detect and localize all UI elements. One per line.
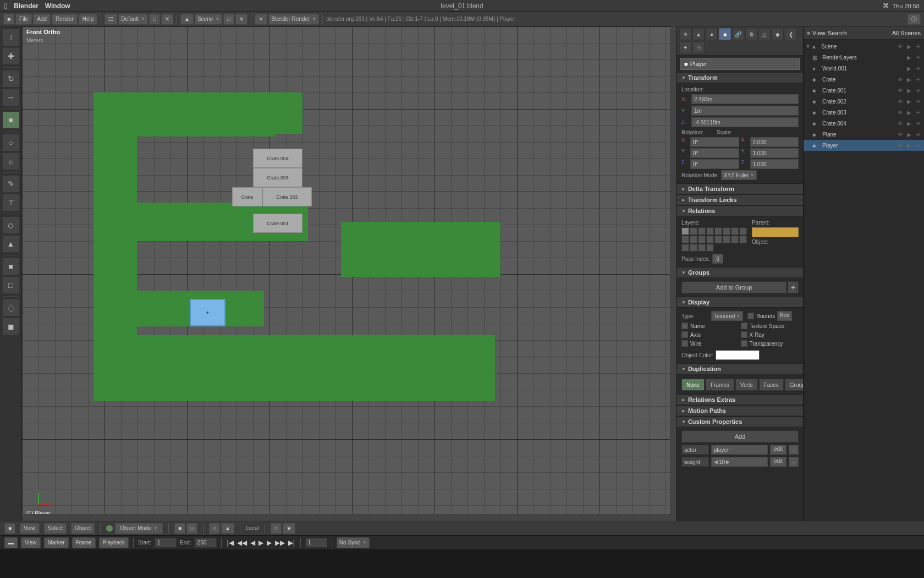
crate-obj[interactable]: Crate	[232, 187, 262, 206]
next-frame-btn[interactable]: ▶	[266, 539, 273, 547]
player-eye[interactable]: 👁	[897, 141, 904, 149]
player-obj[interactable]: +	[190, 299, 226, 326]
scale-z-field[interactable]: 1.000	[750, 159, 799, 169]
scene-vis-cursor[interactable]: ▶	[905, 42, 913, 50]
timeline-playback-menu[interactable]: Playback	[99, 537, 129, 548]
layer-2[interactable]	[690, 227, 697, 235]
tool-shading2[interactable]: □	[2, 276, 20, 294]
bounds-type-btn[interactable]: Box	[777, 311, 792, 321]
layer-20[interactable]	[706, 244, 714, 252]
timeline-marker-menu[interactable]: Marker	[44, 537, 69, 548]
viewport-icon-btn[interactable]: ■	[4, 523, 15, 534]
info-icon[interactable]: ⓘ	[908, 14, 921, 25]
tree-item-crate002[interactable]: ■ Crate.002 👁 ▶ ☀	[804, 96, 924, 107]
crate001-eye[interactable]: 👁	[897, 86, 904, 94]
tree-item-world[interactable]: ● World.001 ▶ ☀	[804, 63, 924, 74]
layer-14[interactable]	[723, 236, 730, 243]
crate-002-obj[interactable]: Crate.002	[262, 187, 312, 206]
viewport[interactable]: Front Ortho Meters Crate.004 Crate.003 C…	[22, 26, 676, 521]
timeline-icon-btn[interactable]: ▬	[4, 537, 18, 548]
tool-transform[interactable]: ■	[2, 111, 20, 129]
object-menu-bottom[interactable]: Object	[71, 523, 95, 534]
loc-y-field[interactable]: 1m	[691, 106, 799, 116]
custom-prop-actor-edit-btn[interactable]: edit	[770, 445, 787, 455]
section-groups[interactable]: ▼ Groups	[677, 267, 803, 278]
prop-tab-modifiers[interactable]: ⚙	[745, 28, 757, 40]
scale-y-field[interactable]: 1.000	[750, 148, 799, 158]
crate001-render[interactable]: ☀	[914, 86, 922, 94]
custom-props-add-btn[interactable]: Add	[681, 430, 799, 443]
tool-move[interactable]: ✚	[2, 47, 20, 65]
plane-render[interactable]: ☀	[914, 130, 922, 138]
scene-close-btn[interactable]: ✕	[235, 14, 248, 25]
tool-rotate[interactable]: ↻	[2, 70, 20, 88]
crate-001-obj[interactable]: Crate.001	[253, 214, 302, 233]
prop-tab-scene[interactable]: ▲	[692, 28, 705, 40]
transparency-checkbox[interactable]	[741, 340, 747, 347]
rotation-mode-dropdown[interactable]: XYZ Euler ▼	[721, 170, 757, 180]
scene-fullscreen-btn[interactable]: □	[223, 14, 234, 25]
display-type-dropdown[interactable]: Textured ▼	[711, 311, 743, 321]
tree-item-crate[interactable]: ■ Crate 👁 ▶ ☀	[804, 74, 924, 85]
engine-icon-btn[interactable]: ■	[3, 14, 14, 25]
dup-none-btn[interactable]: None	[681, 379, 705, 391]
section-custom-properties[interactable]: ▼ Custom Properties	[677, 416, 803, 427]
crate-eye[interactable]: 👁	[897, 75, 904, 83]
plane-cursor[interactable]: ▶	[905, 130, 913, 138]
render-engine-selector[interactable]: Blender Render▼	[268, 14, 319, 25]
crate002-cursor[interactable]: ▶	[905, 97, 913, 105]
jump-start-btn[interactable]: |◀	[226, 539, 235, 547]
prop-tab-render[interactable]: ☀	[679, 28, 691, 40]
renderlayers-vis-1[interactable]: ▶	[905, 53, 913, 61]
plane-eye[interactable]: 👁	[897, 130, 904, 138]
play-fwd-btn[interactable]: ▶▶	[274, 539, 286, 547]
custom-prop-actor-value[interactable]: player	[711, 445, 768, 455]
crate-cursor[interactable]: ▶	[905, 75, 913, 83]
render-menu[interactable]: Render	[52, 14, 78, 25]
tool-annotate[interactable]: ✎	[2, 175, 20, 193]
xray-checkbox[interactable]	[741, 331, 747, 338]
layer-1[interactable]	[681, 227, 689, 235]
pass-index-field[interactable]: 0	[712, 254, 723, 264]
section-delta-transform[interactable]: ► Delta Transform	[677, 183, 803, 194]
renderlayers-vis-2[interactable]: ☀	[914, 53, 922, 61]
name-checkbox[interactable]	[681, 323, 688, 329]
tool-scale[interactable]: ↔	[2, 89, 20, 106]
layer-6[interactable]	[723, 227, 730, 235]
prev-frame-btn[interactable]: ◀	[249, 539, 256, 547]
layer-8[interactable]	[739, 227, 747, 235]
help-menu[interactable]: Help	[79, 14, 98, 25]
crate002-eye[interactable]: 👁	[897, 97, 904, 105]
proportional-off-btn[interactable]: ○	[271, 523, 282, 534]
crate004-cursor[interactable]: ▶	[905, 119, 913, 127]
custom-prop-weight-remove-btn[interactable]: -	[789, 457, 799, 467]
layout-close-btn[interactable]: ✕	[161, 14, 173, 25]
layer-5[interactable]	[714, 227, 722, 235]
layer-12[interactable]	[706, 236, 714, 243]
parent-field[interactable]	[752, 227, 799, 237]
scene-vis-eye[interactable]: 👁	[897, 42, 904, 50]
tool-shading1[interactable]: ■	[2, 258, 20, 275]
play-btn[interactable]: ▶	[257, 539, 265, 547]
layer-18[interactable]	[690, 244, 697, 252]
section-duplication[interactable]: ▼ Duplication	[677, 363, 803, 374]
tree-item-player[interactable]: ■ Player 👁 ▶ ☀	[804, 140, 924, 151]
object-mode-btn[interactable]: Object Mode ▼	[115, 523, 163, 534]
tree-item-crate003[interactable]: ■ Crate.003 👁 ▶ ☀	[804, 107, 924, 118]
section-transform[interactable]: ▼ Transform	[677, 72, 803, 83]
custom-prop-actor-remove-btn[interactable]: -	[789, 445, 799, 455]
section-display[interactable]: ▼ Display	[677, 297, 803, 308]
pivot-btn[interactable]: ○	[209, 523, 220, 534]
prop-tab-data[interactable]: △	[758, 28, 771, 40]
layer-9[interactable]	[681, 236, 689, 243]
current-frame-field[interactable]: 1	[305, 538, 327, 548]
prop-tab-object[interactable]: ■	[719, 28, 731, 40]
layout-fullscreen-btn[interactable]: □	[149, 14, 160, 25]
tree-item-crate001[interactable]: ■ Crate.001 👁 ▶ ☀	[804, 85, 924, 96]
proportional-connected-btn[interactable]: ★	[283, 523, 295, 534]
prop-tab-material[interactable]: ◆	[772, 28, 784, 40]
prop-tab-particles[interactable]: ✦	[679, 41, 691, 53]
crate002-render[interactable]: ☀	[914, 97, 922, 105]
rot-y-field[interactable]: 0°	[690, 148, 739, 158]
tree-item-renderlayers[interactable]: ▩ RenderLayers ▶ ☀	[804, 52, 924, 63]
